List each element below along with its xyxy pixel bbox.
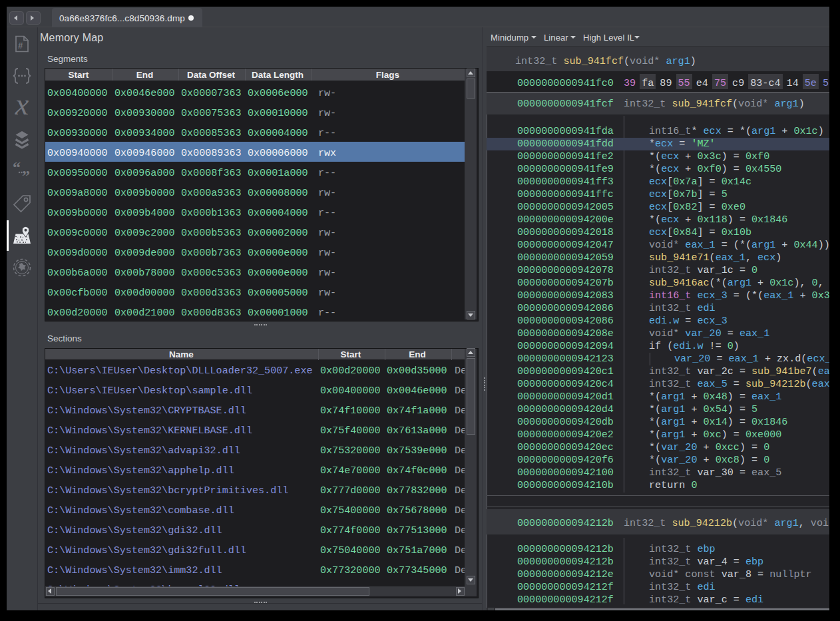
svg-text:“: “ — [13, 162, 21, 176]
svg-text:#: # — [18, 41, 23, 51]
svg-text:x: x — [15, 98, 29, 118]
svg-text:”: ” — [22, 167, 30, 182]
